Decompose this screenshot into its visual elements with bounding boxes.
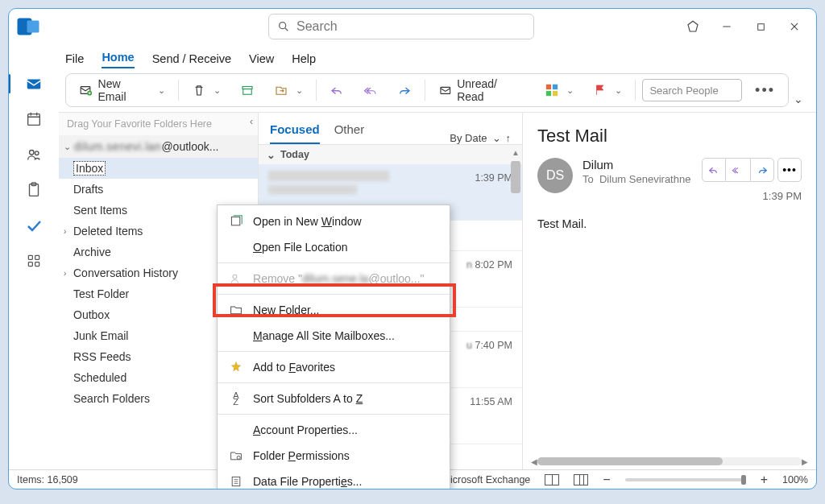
more-actions-button[interactable]: ••• [777,158,802,182]
folder-search-icon [229,448,243,463]
msg-time: 1:39 PM [475,172,512,184]
reply-button[interactable] [702,158,726,182]
ctx-account-properties[interactable]: Account Properties... [218,417,450,443]
menu-send-receive[interactable]: Send / Receive [152,52,231,68]
account-header[interactable]: ⌄ dilum.senevi.lan @outlook... [59,135,258,158]
scroll-left-button[interactable]: ◀ [531,457,537,466]
msg-time: 11:55 AM [470,396,512,407]
archive-button[interactable] [234,78,261,102]
flag-button[interactable] [587,78,628,102]
ribbon-more-button[interactable]: ••• [748,78,781,102]
folder-label: Test Folder [73,287,129,300]
rail-apps-button[interactable] [18,247,50,275]
close-button[interactable] [787,19,802,34]
rail-tasks-button[interactable] [18,176,50,204]
reading-pane: Test Mail DS Dilum To Dilum Senevirathne [523,112,816,469]
chevron-right-icon: › [64,269,73,278]
folder-icon [229,303,243,317]
folder-label: RSS Feeds [73,350,131,363]
mail-icon [25,75,43,93]
search-people-placeholder: Search People [649,85,718,97]
ctx-add-favorites[interactable]: Add to Favorites [218,354,450,380]
svg-rect-14 [553,85,558,89]
forward-button[interactable] [391,78,418,102]
sort-direction-icon[interactable]: ↑ [506,132,512,144]
rail-calendar-button[interactable] [18,105,50,133]
forward-button[interactable] [750,158,774,182]
chevron-down-icon: ⌄ [267,149,276,161]
message-header: DS Dilum To Dilum Senevirathne [537,158,802,203]
menu-view[interactable]: View [249,52,274,68]
zoom-out-button[interactable]: − [603,473,610,487]
ctx-label: Manage All Site Mailboxes... [253,329,395,342]
global-search-input[interactable]: Search [268,14,534,39]
ctx-open-new-window[interactable]: Open in New Window [218,209,450,234]
flag-icon [593,83,607,97]
ribbon: New Email Unread/ Read Search People ••• [65,73,789,107]
menu-file[interactable]: File [65,52,84,68]
scroll-up-button[interactable]: ▲ [511,148,520,157]
search-people-input[interactable]: Search People [642,79,742,101]
maximize-button[interactable] [753,19,768,34]
ctx-label: Open File Location [253,241,348,254]
group-header-today[interactable]: ⌄ Today [259,145,522,164]
folder-inbox[interactable]: Inbox [59,158,258,179]
people-icon [25,146,43,163]
sort-by-dropdown[interactable]: By Date ⌄ ↑ [450,132,511,144]
svg-point-32 [237,456,240,459]
categorize-button[interactable] [538,78,580,102]
menu-home[interactable]: Home [102,51,134,68]
favorites-drop-zone[interactable]: Drag Your Favorite Folders Here ‹ [59,113,258,135]
menu-help[interactable]: Help [292,52,316,68]
apps-icon [26,253,42,269]
msg-time: u 7:40 PM [466,340,512,351]
unread-read-button[interactable]: Unread/ Read [432,78,533,102]
scroll-right-button[interactable]: ▶ [802,457,808,466]
reply-icon [707,163,720,176]
reply-all-button[interactable] [357,78,384,102]
premium-icon[interactable] [686,19,700,34]
zoom-slider[interactable] [625,478,746,481]
folder-label: Junk Email [73,329,128,342]
scrollbar-thumb[interactable] [537,457,723,465]
ctx-folder-permissions[interactable]: Folder Permissions [218,443,450,469]
window-controls [686,19,811,34]
reply-button[interactable] [323,78,350,102]
minimize-button[interactable] [719,19,734,34]
rail-todo-button[interactable] [18,212,50,239]
search-icon [277,20,290,33]
ctx-data-file-properties[interactable]: Data File Properties... [218,469,450,490]
rail-people-button[interactable] [18,141,50,168]
delete-button[interactable] [185,78,227,102]
reading-pane-layout-button[interactable] [545,474,559,485]
scrollbar-thumb[interactable] [511,161,520,193]
ctx-manage-mailboxes[interactable]: Manage All Site Mailboxes... [218,323,450,349]
ctx-new-folder[interactable]: New Folder... [218,297,450,323]
svg-point-2 [280,23,286,29]
svg-point-31 [233,275,237,279]
svg-rect-27 [35,255,39,259]
move-button[interactable] [267,78,309,102]
zoom-in-button[interactable]: + [761,473,768,487]
normal-layout-button[interactable] [574,474,588,485]
folder-label: Conversation History [73,266,178,279]
tab-focused[interactable]: Focused [270,122,320,144]
rail-mail-button[interactable] [18,70,50,97]
horizontal-scrollbar[interactable]: ◀ ▶ [531,456,808,466]
chevron-right-icon: › [64,227,73,236]
ctx-open-file-location[interactable]: Open File Location [218,234,450,260]
message-body: Test Mail. [537,217,802,230]
unread-read-label: Unread/ Read [457,77,525,103]
ctx-label: Data File Properties... [253,475,362,488]
svg-rect-28 [28,262,32,266]
person-remove-icon [229,271,243,286]
new-email-button[interactable]: New Email [73,78,172,102]
collapse-folderpane-button[interactable]: ‹ [250,116,253,127]
ribbon-collapse-button[interactable]: ⌄ [794,93,808,107]
folder-drafts[interactable]: Drafts [59,179,258,200]
tab-other[interactable]: Other [334,122,365,144]
check-icon [24,216,44,235]
move-icon [274,83,288,97]
reply-all-button[interactable] [726,158,750,182]
ctx-sort-subfolders[interactable]: AZ Sort Subfolders A to Z [218,386,450,411]
